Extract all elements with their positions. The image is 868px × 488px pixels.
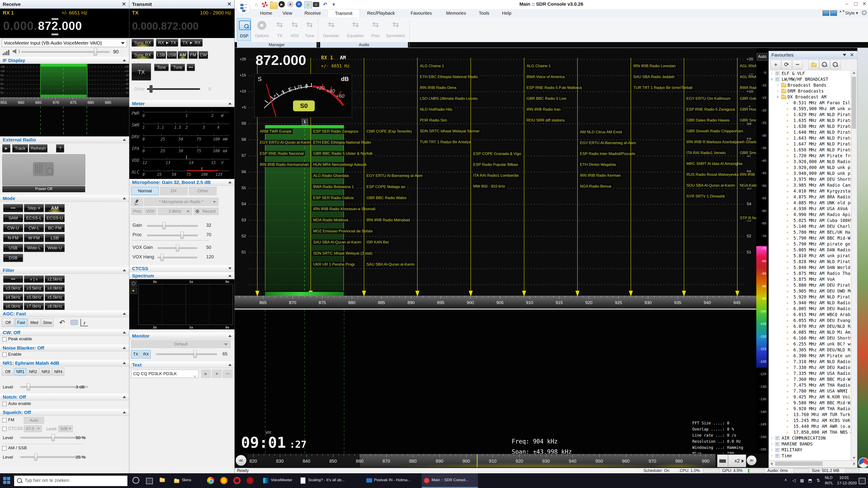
- station-label[interactable]: ISR KAN Bet: [365, 239, 390, 245]
- station-label[interactable]: ALG Chaine 1: [418, 63, 445, 68]
- favourites-item[interactable]: ★1.640 MHz AM NLD Pirate: [769, 129, 851, 135]
- nr-button-off[interactable]: Off: [2, 368, 13, 376]
- favourites-item[interactable]: ★4.930 Mhz AM USA AVoA (lsb iv: [769, 206, 851, 211]
- station-label[interactable]: ESP COPE Malaga ao: [365, 184, 406, 189]
- ext-track-button[interactable]: Track: [12, 144, 28, 152]
- favourites-item[interactable]: ★15.245 Mhz AM KCBS VoK (North: [769, 418, 851, 423]
- station-label[interactable]: EGY ERTU Al-Quran al-Karim: [258, 140, 312, 145]
- collapse-icon[interactable]: [123, 197, 126, 199]
- power-off-button[interactable]: Power Off: [2, 186, 85, 192]
- favourites-item[interactable]: ★5.920 MHz AM NLD Pirat: [769, 294, 851, 300]
- tx-spectrum-header[interactable]: Spectrum: [129, 272, 235, 279]
- text-stop-button[interactable]: ■: [212, 370, 222, 378]
- station-label[interactable]: IRN IRIB Radio Kerman: [579, 173, 622, 178]
- collapse-icon[interactable]: [123, 362, 126, 364]
- tab-receive[interactable]: Receive: [298, 9, 328, 17]
- favourites-item[interactable]: ★0.531 MHz AM Farao Isl.: [769, 100, 851, 106]
- station-label[interactable]: IRN IRIB R.Markaze Azerbaijaneh Gharb: [685, 139, 756, 145]
- station-label[interactable]: ESP RNE Radio 5 Zaragoza: [685, 107, 736, 112]
- station-label[interactable]: BWA Voice of America: [525, 74, 566, 79]
- station-label[interactable]: SYR SRTV 1 Dimashk: [685, 194, 726, 199]
- updown-icon[interactable]: ▲▼: [839, 9, 843, 17]
- chevron-collapsed-icon[interactable]: ›: [777, 82, 779, 88]
- audio-device-select[interactable]: VoiceMeeter Input (VB-Audio VoiceMeeter …: [2, 39, 127, 47]
- tx-mode-syncrx[interactable]: Sync RX: [132, 51, 154, 59]
- station-label[interactable]: ESP RNE Radio 5 P.de Mallorca: [525, 85, 583, 90]
- tx-mode-lsb[interactable]: LSB: [156, 51, 166, 59]
- taskbar-window-scaling-it-s-all-ab-[interactable]: Scaling? - It's all ab...: [298, 473, 363, 488]
- favourites-item[interactable]: ★6.015 MHz AM WBCQ Arabic (+ S: [769, 312, 851, 317]
- agc-button-med[interactable]: Med: [28, 319, 40, 327]
- nav-forward-button[interactable]: ≫: [747, 455, 756, 465]
- sync-rx-button[interactable]: Sync RX: [132, 39, 154, 47]
- station-label[interactable]: IRN IRIB Radio Mahabad: [365, 218, 411, 223]
- station-label[interactable]: GBR Smoo: [739, 150, 756, 155]
- refresh-button[interactable]: ⟳: [781, 60, 792, 69]
- favourites-item[interactable]: ★5.140 Mhz AM DEU Charlston Ra: [769, 223, 851, 229]
- station-label[interactable]: GBR BBC Radio 5 Ulster & Norfolk: [312, 151, 374, 156]
- agc-chart-icon[interactable]: [81, 319, 88, 326]
- favourites-item[interactable]: ★1.635 MHz AM NLD Pirate De Bl: [769, 117, 851, 123]
- tray-language-1[interactable]: NLD: [825, 476, 833, 480]
- station-label[interactable]: AM NLD Citrus AM Emst: [579, 130, 623, 135]
- auto-button[interactable]: Auto: [757, 53, 768, 61]
- mic-vox-button[interactable]: VOX: [144, 208, 156, 215]
- filter-button[interactable]: ±6.0kHz: [3, 303, 23, 310]
- favourites-item[interactable]: ★5.880 MHz AM DEU Pirat?: [769, 282, 851, 288]
- station-label[interactable]: ARM TWR Europe: [258, 129, 293, 134]
- tx-mode-fm[interactable]: FM: [189, 51, 197, 59]
- station-label[interactable]: ITA RAI Radio1 Lombardia: [472, 173, 520, 178]
- collapse-icon[interactable]: [123, 59, 126, 61]
- mode-button-ecss-u[interactable]: ECSS-U: [45, 214, 65, 222]
- ext-help-button[interactable]: ?: [56, 144, 64, 152]
- tab-home[interactable]: Home: [255, 9, 277, 17]
- mode-button-dsb[interactable]: DSB: [3, 254, 23, 262]
- tab-memories[interactable]: Memories: [440, 9, 472, 17]
- monitor-header[interactable]: Monitor: [129, 333, 235, 339]
- collapse-icon[interactable]: [228, 267, 231, 269]
- ribbon-button-tune[interactable]: ⇆Tune: [303, 18, 316, 41]
- proc-slider[interactable]: [147, 232, 198, 239]
- station-label[interactable]: ESP RNE Radio Nacional: [258, 151, 305, 156]
- station-label[interactable]: EGY ERTU Om Kalthoum: [685, 96, 732, 101]
- station-label[interactable]: RUS Radio Rossii Matveyevka: [685, 172, 740, 177]
- station-label[interactable]: MDA Radio Moldova: [312, 218, 349, 223]
- tune-button[interactable]: Tune: [170, 64, 185, 71]
- text-message-combo[interactable]: CQ CQ PD3LK PD3LK∨: [131, 370, 198, 378]
- favourites-item[interactable]: ★5.025 MHz AM Cuba 100kW: [769, 218, 851, 223]
- station-label[interactable]: IRN IRIB Radio Lorestan: [632, 63, 677, 68]
- vox-gain-slider-thumb[interactable]: [176, 245, 179, 252]
- station-label[interactable]: TUR TRT 1 Radyo Bir Antalya: [418, 139, 472, 145]
- monitor-icon-2[interactable]: [830, 10, 837, 16]
- mode-button-ecss-l[interactable]: ECSS-L: [24, 214, 44, 222]
- tx-mode-usb[interactable]: USB: [167, 51, 177, 59]
- tx-to-rx-button[interactable]: TX ► RX: [180, 39, 203, 47]
- station-label[interactable]: SDN SRTC Idhaat Welayat (2 stat): [312, 251, 374, 256]
- vox-hang-slider[interactable]: [158, 254, 197, 261]
- mic-proc-button[interactable]: Proc: [131, 208, 143, 215]
- nr-button-nr4[interactable]: NR4: [53, 368, 64, 376]
- monitor-tx-button[interactable]: TX: [131, 350, 140, 358]
- favourites-close-icon[interactable]: ✕: [850, 52, 854, 58]
- chevron-collapsed-icon[interactable]: ›: [771, 441, 773, 447]
- mic-icon-button[interactable]: [131, 198, 143, 206]
- collapse-icon[interactable]: [123, 269, 126, 271]
- mode-button-w-fm[interactable]: W-FM: [24, 234, 44, 242]
- ribbon-button-proc[interactable]: ⇆Proc: [369, 18, 382, 41]
- station-label[interactable]: SOU SBA Al-Quran al-Karim: [685, 183, 736, 188]
- station-label[interactable]: MRC SNRT Al Idaa Al Amazighia: [685, 161, 744, 166]
- filter-button[interactable]: ±5.0kHz: [24, 294, 44, 301]
- favourites-item[interactable]: ★6.305 Mhz AM DEU/NLD Radio Al: [769, 347, 851, 353]
- text-play-button[interactable]: ▶: [201, 370, 211, 378]
- scroll-thumb[interactable]: [852, 77, 856, 129]
- volume-slider[interactable]: [22, 48, 110, 56]
- monitor-level-slider-thumb[interactable]: [193, 350, 197, 358]
- station-label[interactable]: AGL RNA: [739, 74, 756, 79]
- tx-button[interactable]: TX: [132, 63, 151, 81]
- station-label[interactable]: MOZ Emissao Provincial de Sofala: [312, 229, 374, 234]
- filter-button[interactable]: ±8.0kHz: [45, 303, 65, 310]
- station-label[interactable]: MW 850 - 910 kHz: [472, 184, 506, 189]
- favourites-item[interactable]: ★13.760 Mhz AM TUR Turkish RTV: [769, 411, 851, 418]
- station-label[interactable]: NGA Radio Benue: [579, 184, 613, 189]
- favourites-item[interactable]: ★3.975 MHz AM DEU Shortwave Ra: [769, 176, 851, 182]
